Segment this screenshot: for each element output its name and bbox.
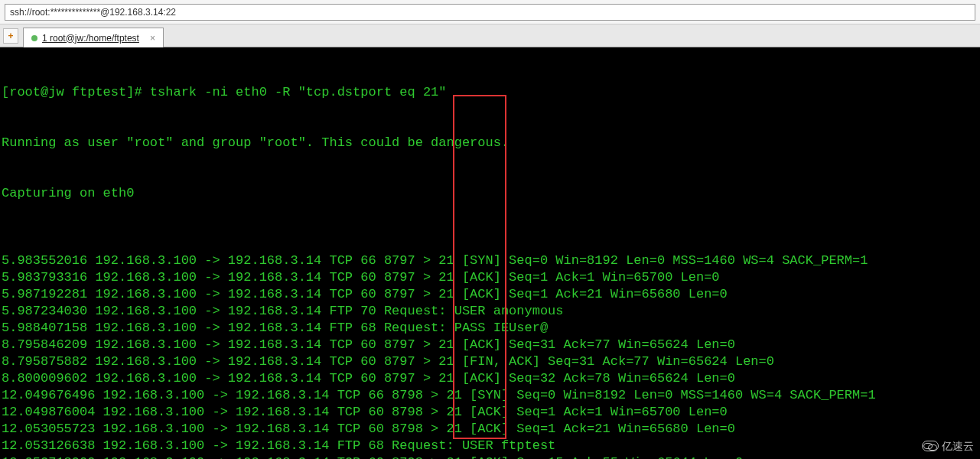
terminal-line: 5.983552016 192.168.3.100 -> 192.168.3.1… xyxy=(2,252,978,269)
address-bar xyxy=(0,0,980,24)
cloud-icon xyxy=(922,441,939,451)
terminal-line: 12.053055723 192.168.3.100 -> 192.168.3.… xyxy=(2,421,978,438)
terminal-line: [root@jw ftptest]# tshark -ni eth0 -R "t… xyxy=(2,84,978,101)
terminal-line: 5.983793316 192.168.3.100 -> 192.168.3.1… xyxy=(2,269,978,286)
tab-session[interactable]: 1 root@jw:/home/ftptest × xyxy=(23,28,164,47)
terminal-line: 8.800009602 192.168.3.100 -> 192.168.3.1… xyxy=(2,370,978,387)
terminal-line: 12.049676496 192.168.3.100 -> 192.168.3.… xyxy=(2,387,978,404)
terminal-line: Running as user "root" and group "root".… xyxy=(2,135,978,151)
terminal-output[interactable]: [root@jw ftptest]# tshark -ni eth0 -R "t… xyxy=(0,47,980,459)
tab-strip: + 1 root@jw:/home/ftptest × xyxy=(0,24,980,47)
terminal-line: 8.795875882 192.168.3.100 -> 192.168.3.1… xyxy=(2,353,978,370)
tab-close-button[interactable]: × xyxy=(150,33,155,44)
tab-title: 1 root@jw:/home/ftptest xyxy=(42,33,139,44)
terminal-line: 5.988407158 192.168.3.100 -> 192.168.3.1… xyxy=(2,320,978,337)
terminal-line: 12.053126638 192.168.3.100 -> 192.168.3.… xyxy=(2,438,978,454)
new-tab-button[interactable]: + xyxy=(3,28,18,44)
watermark-text: 亿速云 xyxy=(942,438,974,454)
watermark: 亿速云 xyxy=(922,438,974,454)
terminal-line: 12.049876004 192.168.3.100 -> 192.168.3.… xyxy=(2,404,978,421)
terminal-line: 8.795846209 192.168.3.100 -> 192.168.3.1… xyxy=(2,337,978,353)
terminal-line: 5.987192281 192.168.3.100 -> 192.168.3.1… xyxy=(2,286,978,303)
terminal-line: 12.053718900 192.168.3.100 -> 192.168.3.… xyxy=(2,454,978,459)
terminal-line: Capturing on eth0 xyxy=(2,185,978,202)
status-dot-icon xyxy=(31,35,37,41)
address-input[interactable] xyxy=(5,4,975,21)
terminal-line: 5.987234030 192.168.3.100 -> 192.168.3.1… xyxy=(2,303,978,320)
